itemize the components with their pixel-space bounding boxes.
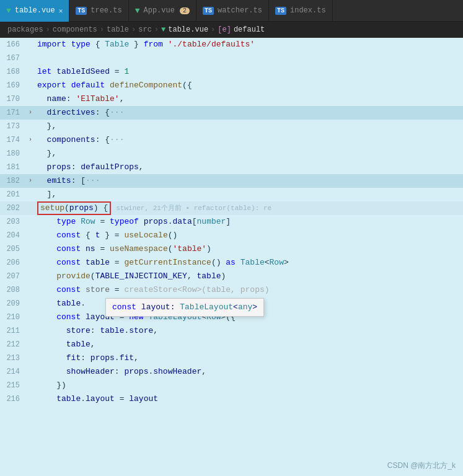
ts-icon: TS	[76, 7, 87, 15]
code-line-211: 211 store: table.store,	[0, 324, 463, 338]
code-line-180: 180 },	[0, 147, 463, 161]
code-line-173: 173 },	[0, 120, 463, 133]
code-line-181: 181 props: defaultProps,	[0, 161, 463, 174]
code-line-201: 201 ],	[0, 188, 463, 201]
vue-icon: ▼	[135, 6, 140, 15]
tab-table-vue[interactable]: ▼ table.vue ✕	[0, 0, 69, 22]
code-line-166: 166 import type { Table } from './table/…	[0, 38, 463, 51]
code-line-214: 214 showHeader: props.showHeader,	[0, 365, 463, 379]
code-line-182: 182 › emits: [···	[0, 174, 463, 188]
tab-label: App.vue	[144, 6, 175, 15]
code-line-215: 215 })	[0, 379, 463, 392]
code-line-168: 168 let tableIdSeed = 1	[0, 65, 463, 79]
breadcrumb-file-icon: ▼	[161, 25, 165, 34]
code-line-204: 204 const { t } = useLocale()	[0, 229, 463, 242]
code-line-170: 170 name: 'ElTable',	[0, 92, 463, 106]
tab-watcher-ts[interactable]: TS watcher.ts	[196, 0, 269, 22]
code-area: 166 import type { Table } from './table/…	[0, 38, 463, 476]
code-line-174: 174 › components: {···	[0, 133, 463, 147]
tab-index-ts[interactable]: TS index.ts	[269, 0, 333, 22]
code-line-208: 208 const store = createStore<Row>(table…	[0, 283, 463, 297]
tab-label: tree.ts	[90, 6, 121, 15]
breadcrumb-sym-icon: [e]	[218, 25, 231, 34]
breadcrumb-symbol: default	[234, 25, 265, 34]
code-line-205: 205 const ns = useNamespace('table')	[0, 242, 463, 256]
code-line-206: 206 const table = getCurrentInstance() a…	[0, 256, 463, 270]
ts-icon: TS	[203, 7, 214, 15]
tab-bar: ▼ table.vue ✕ TS tree.ts ▼ App.vue 2 TS …	[0, 0, 463, 22]
tab-tree-ts[interactable]: TS tree.ts	[69, 0, 128, 22]
vue-icon: ▼	[6, 6, 11, 15]
code-line-202: 202 setup(props) {stwiner, 21个月前 • refac…	[0, 201, 463, 215]
code-line-167: 167	[0, 51, 463, 65]
close-icon[interactable]: ✕	[59, 7, 63, 15]
ts-icon: TS	[275, 7, 286, 15]
editor: 166 import type { Table } from './table/…	[0, 38, 463, 476]
breadcrumb-components: components	[53, 25, 97, 34]
modified-badge: 2	[180, 7, 190, 14]
breadcrumb-file: table.vue	[168, 25, 208, 34]
tab-label: table.vue	[15, 6, 55, 15]
code-line-216: 216 table.layout = layout	[0, 392, 463, 406]
type-tooltip: const layout: TableLayout<any>	[105, 298, 264, 317]
breadcrumb-packages: packages	[7, 25, 43, 34]
code-line-212: 212 table,	[0, 338, 463, 351]
breadcrumb: packages › components › table › src › ▼ …	[0, 22, 463, 38]
breadcrumb-table: table	[107, 25, 129, 34]
breadcrumb-src: src	[138, 25, 152, 34]
tab-label: index.ts	[290, 6, 326, 15]
code-line-203: 203 type Row = typeof props.data[number]	[0, 215, 463, 229]
code-line-207: 207 provide(TABLE_INJECTION_KEY, table)	[0, 270, 463, 283]
code-line-209: 209 table. const layout: TableLayout<any…	[0, 297, 463, 311]
tab-label: watcher.ts	[218, 6, 262, 15]
code-line-213: 213 fit: props.fit,	[0, 351, 463, 365]
code-line-171: 171 › directives: {···	[0, 106, 463, 120]
code-line-169: 169 export default defineComponent({	[0, 79, 463, 92]
watermark: CSDN @南方北方_k	[387, 461, 456, 471]
tab-app-vue[interactable]: ▼ App.vue 2	[129, 0, 196, 22]
